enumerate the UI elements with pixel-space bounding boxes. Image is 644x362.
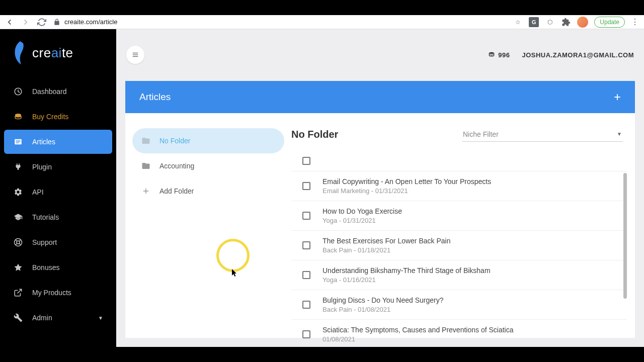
- graduation-icon: [13, 212, 23, 222]
- folder-label: Accounting: [159, 162, 194, 170]
- article-checkbox[interactable]: [302, 212, 310, 220]
- article-info: Understanding Bikshamy-The Third Stage o…: [323, 266, 623, 284]
- star-icon[interactable]: ☆: [513, 17, 523, 27]
- sidebar-item-label: My Products: [32, 289, 71, 297]
- chevron-down-icon: ▼: [98, 315, 103, 321]
- update-button[interactable]: Update: [594, 17, 625, 28]
- add-article-button[interactable]: +: [614, 90, 621, 104]
- article-row[interactable]: Understanding Bikshamy-The Third Stage o…: [291, 260, 627, 290]
- sidebar-item-label: Admin: [32, 314, 52, 322]
- select-all-row: [291, 151, 627, 171]
- sidebar-item-dashboard[interactable]: Dashboard: [4, 79, 112, 104]
- sidebar-item-tutorials[interactable]: Tutorials: [4, 205, 112, 229]
- folders-panel: No Folder Accounting Add Folder: [125, 113, 291, 338]
- article-checkbox[interactable]: [302, 271, 310, 279]
- topbar-right: 996 JOSHUA.ZAMORA1@GMAIL.COM: [488, 51, 634, 59]
- sidebar-item-buy-credits[interactable]: Buy Credits: [4, 105, 112, 129]
- sidebar-item-support[interactable]: Support: [4, 230, 112, 254]
- sidebar-item-label: Buy Credits: [32, 113, 68, 121]
- plug-icon: [13, 162, 23, 172]
- article-title: Sciatica: The Symptoms, Causes and Preve…: [323, 326, 623, 334]
- gauge-icon: [13, 86, 23, 97]
- browser-menu-icon[interactable]: ⋮: [631, 17, 639, 27]
- article-info: The Best Exercises For Lower Back Pain B…: [323, 237, 623, 254]
- tools-icon: [13, 313, 23, 323]
- sidebar-item-my-products[interactable]: My Products: [4, 281, 112, 305]
- sidebar-item-plugin[interactable]: Plugin: [4, 155, 112, 179]
- folder-icon: [141, 161, 150, 170]
- main: 996 JOSHUA.ZAMORA1@GMAIL.COM Articles + …: [116, 29, 644, 347]
- sidebar-item-label: API: [32, 188, 44, 196]
- sidebar-item-bonuses[interactable]: Bonuses: [4, 255, 112, 280]
- letterbox-bottom: [0, 347, 644, 362]
- logo-icon: [10, 40, 30, 65]
- chevron-down-icon: ▼: [617, 131, 622, 137]
- article-checkbox[interactable]: [302, 182, 310, 190]
- article-checkbox[interactable]: [302, 241, 310, 249]
- article-title: Understanding Bikshamy-The Third Stage o…: [323, 266, 623, 275]
- app-shell: creaite Dashboard Buy Credits Articles P…: [0, 29, 644, 347]
- folder-label: Add Folder: [159, 187, 194, 195]
- lock-icon: [53, 19, 60, 26]
- page-header: Articles +: [125, 81, 635, 113]
- article-checkbox[interactable]: [302, 301, 310, 309]
- url-text: creaite.com/article: [64, 18, 117, 26]
- hamburger-button[interactable]: [126, 46, 144, 64]
- credits-value: 996: [498, 51, 510, 59]
- ext-g-icon[interactable]: G: [529, 17, 539, 27]
- reload-icon[interactable]: [37, 18, 46, 27]
- article-info: Sciatica: The Symptoms, Causes and Preve…: [323, 326, 623, 343]
- article-row[interactable]: The Best Exercises For Lower Back Pain B…: [291, 231, 627, 260]
- plus-icon: [141, 187, 150, 196]
- niche-filter-dropdown[interactable]: Niche Filter ▼: [462, 127, 623, 142]
- scrollbar[interactable]: [623, 173, 627, 299]
- article-checkbox[interactable]: [302, 330, 310, 338]
- content: No Folder Accounting Add Folder No Folde…: [125, 113, 635, 338]
- credits-display: 996: [488, 51, 510, 59]
- hamburger-icon: [132, 51, 139, 58]
- folder-no-folder[interactable]: No Folder: [132, 128, 284, 153]
- article-meta: 01/08/2021: [323, 335, 623, 343]
- page-title: Articles: [139, 92, 171, 103]
- url-bar[interactable]: creaite.com/article: [53, 18, 506, 26]
- article-title: The Best Exercises For Lower Back Pain: [323, 237, 623, 245]
- svg-line-10: [19, 243, 21, 245]
- sidebar-item-label: Bonuses: [32, 263, 59, 272]
- gear-icon: [13, 187, 23, 197]
- forward-icon[interactable]: [21, 18, 30, 27]
- browser-nav: [5, 18, 46, 27]
- article-row[interactable]: Email Copywriting - An Open Letter To Yo…: [291, 171, 627, 201]
- sidebar: creaite Dashboard Buy Credits Articles P…: [0, 29, 116, 347]
- back-icon[interactable]: [5, 18, 14, 27]
- sidebar-item-label: Plugin: [32, 163, 52, 171]
- avatar[interactable]: [577, 17, 588, 28]
- article-info: Bulging Discs - Do You Need Surgery? Bac…: [323, 296, 623, 313]
- folder-accounting[interactable]: Accounting: [132, 153, 284, 178]
- select-all-checkbox[interactable]: [302, 157, 310, 165]
- sidebar-item-admin[interactable]: Admin ▼: [4, 306, 112, 330]
- article-row[interactable]: Sciatica: The Symptoms, Causes and Preve…: [291, 320, 627, 349]
- folder-icon: [141, 136, 150, 145]
- sidebar-item-articles[interactable]: Articles: [4, 130, 112, 154]
- article-row[interactable]: Bulging Discs - Do You Need Surgery? Bac…: [291, 290, 627, 320]
- dropbox-icon[interactable]: ⬡: [545, 17, 555, 27]
- topbar: 996 JOSHUA.ZAMORA1@GMAIL.COM: [116, 29, 644, 81]
- article-meta: Back Pain - 01/08/2021: [323, 306, 623, 313]
- user-email[interactable]: JOSHUA.ZAMORA1@GMAIL.COM: [522, 51, 634, 59]
- letterbox-top: [0, 0, 644, 15]
- puzzle-icon[interactable]: [561, 17, 571, 27]
- article-title: Bulging Discs - Do You Need Surgery?: [323, 296, 623, 304]
- nav-list: Dashboard Buy Credits Articles Plugin AP…: [0, 79, 116, 330]
- logo: creaite: [0, 29, 116, 79]
- article-row[interactable]: How to Do Yoga Exercise Yoga - 01/31/202…: [291, 201, 627, 231]
- coins-icon: [13, 112, 23, 122]
- browser-chrome: creaite.com/article ☆ G ⬡ Update ⋮: [0, 15, 644, 29]
- add-folder-button[interactable]: Add Folder: [132, 178, 284, 204]
- articles-icon: [13, 137, 23, 147]
- article-meta: Email Marketing - 01/31/2021: [323, 187, 623, 195]
- svg-line-9: [16, 243, 17, 245]
- browser-right: ☆ G ⬡ Update ⋮: [513, 17, 639, 28]
- credits-icon: [488, 51, 495, 58]
- lifebuoy-icon: [13, 237, 23, 247]
- sidebar-item-api[interactable]: API: [4, 180, 112, 204]
